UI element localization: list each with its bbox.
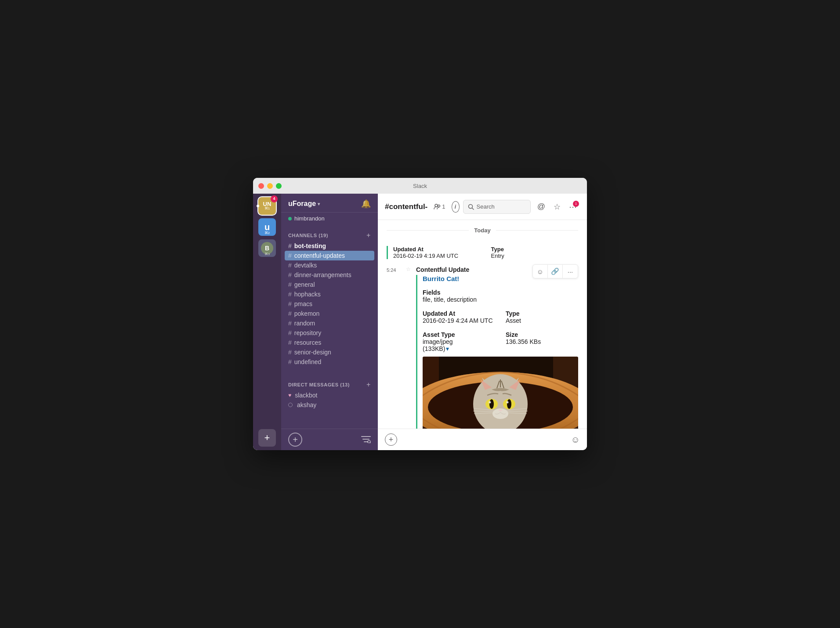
search-placeholder: Search <box>477 203 495 210</box>
more-actions-button[interactable]: ··· <box>563 265 578 278</box>
fields-label: Fields <box>423 289 578 296</box>
add-workspace-button[interactable]: + <box>258 429 276 447</box>
sidebar-item-devtalks[interactable]: # devtalks <box>281 260 378 270</box>
hash-icon: # <box>288 339 292 346</box>
type-value: Asset <box>506 317 578 324</box>
workspace-name[interactable]: uForage ▾ <box>288 200 320 208</box>
asset-type-block: Asset Type image/jpeg (133KB) ▾ <box>423 328 495 352</box>
message-input[interactable] <box>402 436 567 443</box>
heart-icon: ♥ <box>288 392 291 398</box>
cat-image <box>423 357 578 429</box>
chat-area: #contentful- 1 i Search <box>378 194 587 450</box>
sidebar-item-undefined[interactable]: # undefined <box>281 357 378 367</box>
star-icon[interactable]: ☆ <box>406 266 411 272</box>
svg-point-24 <box>489 399 494 409</box>
svg-point-27 <box>507 401 509 404</box>
add-channel-button[interactable]: + <box>366 231 371 239</box>
prev-message: Updated At 2016-02-19 4:19 AM UTC Type E… <box>378 241 587 259</box>
prev-fields-grid: Updated At 2016-02-19 4:19 AM UTC Type E… <box>393 246 578 259</box>
prev-type-value: Entry <box>491 253 579 259</box>
channels-section: CHANNELS (19) + # bot-testing # contentf… <box>281 226 378 370</box>
workspace-rail: UN ⌘1 4 u ⌘2 B ⌘3 + <box>253 194 281 450</box>
asset-type-value: image/jpeg (133KB) ▾ <box>423 338 495 352</box>
close-button[interactable] <box>258 183 264 189</box>
fields-block: Fields file, title, description <box>423 285 578 303</box>
svg-text:B: B <box>265 245 269 252</box>
app-window: Slack UN ⌘1 4 u ⌘2 B ⌘3 + <box>253 178 587 450</box>
workspace-badge: 4 <box>271 195 278 202</box>
hash-icon: # <box>288 291 292 298</box>
minimize-button[interactable] <box>267 183 273 189</box>
hash-icon: # <box>288 271 292 278</box>
fields-value: file, title, description <box>423 296 578 303</box>
prev-updated-at-block: Updated At 2016-02-19 4:19 AM UTC <box>393 246 481 259</box>
svg-point-26 <box>489 401 491 404</box>
attach-button[interactable]: + <box>385 433 397 446</box>
at-button[interactable]: @ <box>534 200 548 214</box>
add-workspace-footer-button[interactable]: + <box>288 433 302 447</box>
dropdown-arrow-icon[interactable]: ▾ <box>446 345 449 352</box>
dm-slackbot[interactable]: ♥ slackbot <box>281 390 378 400</box>
info-button[interactable]: i <box>452 201 460 213</box>
filter-icon[interactable] <box>361 435 371 444</box>
member-count[interactable]: 1 <box>431 203 448 210</box>
hash-icon: # <box>288 320 292 327</box>
chevron-down-icon: ▾ <box>318 202 320 206</box>
window-controls <box>258 183 282 189</box>
message-actions: ☺ 🔗 ··· <box>532 264 578 278</box>
dm-akshay[interactable]: akshay <box>281 400 378 410</box>
hash-icon: # <box>288 252 292 259</box>
member-count-value: 1 <box>442 203 445 210</box>
sidebar-item-random[interactable]: # random <box>281 318 378 328</box>
sidebar-item-bot-testing[interactable]: # bot-testing <box>281 241 378 251</box>
sidebar-item-repository[interactable]: # repository <box>281 328 378 338</box>
reaction-button[interactable]: ☺ <box>533 265 548 278</box>
status-circle-icon <box>288 403 293 407</box>
size-block: Size 136.356 KBs <box>506 328 578 352</box>
size-label: Size <box>506 331 578 338</box>
workspace-icon-1[interactable]: UN ⌘1 4 <box>258 197 276 215</box>
asset-type-label: Asset Type <box>423 331 495 338</box>
prev-type-label: Type <box>491 246 579 253</box>
prev-updated-at-value: 2016-02-19 4:19 AM UTC <box>393 253 481 259</box>
more-badge: 1 <box>573 201 579 207</box>
sidebar-item-pmacs[interactable]: # pmacs <box>281 299 378 309</box>
workspace-icon-2[interactable]: u ⌘2 <box>258 218 276 236</box>
messages-area[interactable]: Today Updated At 2016-02-19 4:19 AM UTC … <box>378 220 587 429</box>
channel-name: #contentful- <box>385 202 427 211</box>
sidebar-item-dinner-arrangements[interactable]: # dinner-arrangements <box>281 270 378 280</box>
more-button[interactable]: ⋯ 1 <box>566 200 580 214</box>
sidebar-item-hophacks[interactable]: # hophacks <box>281 289 378 299</box>
link-button[interactable]: 🔗 <box>548 265 563 278</box>
sidebar-item-general[interactable]: # general <box>281 280 378 289</box>
sidebar-item-contentful-updates[interactable]: # contentful-updates <box>285 251 374 260</box>
sidebar-item-senior-design[interactable]: # senior-design <box>281 347 378 357</box>
sidebar-item-pokemon[interactable]: # pokemon <box>281 309 378 318</box>
sidebar-item-resources[interactable]: # resources <box>281 338 378 347</box>
message-row: 5:24 ☆ Contentful Update Burrito Cat! Fi… <box>378 261 587 429</box>
titlebar: Slack <box>253 178 587 194</box>
svg-line-6 <box>370 443 371 443</box>
message-link[interactable]: Burrito Cat! <box>423 275 459 282</box>
svg-line-10 <box>472 208 474 209</box>
channels-header[interactable]: CHANNELS (19) + <box>281 230 378 241</box>
maximize-button[interactable] <box>276 183 282 189</box>
prev-type-block: Type Entry <box>491 246 579 259</box>
date-label: Today <box>474 227 490 234</box>
members-icon <box>434 203 441 210</box>
svg-point-25 <box>507 399 511 409</box>
updated-at-label: Updated At <box>423 310 495 317</box>
user-status: himbrandon <box>281 213 378 226</box>
date-divider: Today <box>378 220 587 241</box>
hash-icon: # <box>288 300 292 307</box>
workspace-icon-3[interactable]: B ⌘3 <box>258 239 276 257</box>
bell-icon[interactable]: 🔔 <box>361 199 371 209</box>
search-icon <box>468 204 474 210</box>
search-bar[interactable]: Search <box>463 200 531 214</box>
emoji-button[interactable]: ☺ <box>571 435 580 445</box>
add-dm-button[interactable]: + <box>366 381 371 389</box>
header-actions: @ ☆ ⋯ 1 <box>534 200 580 214</box>
star-button[interactable]: ☆ <box>550 200 564 214</box>
username: himbrandon <box>294 215 325 222</box>
dm-header[interactable]: DIRECT MESSAGES (13) + <box>281 379 378 390</box>
